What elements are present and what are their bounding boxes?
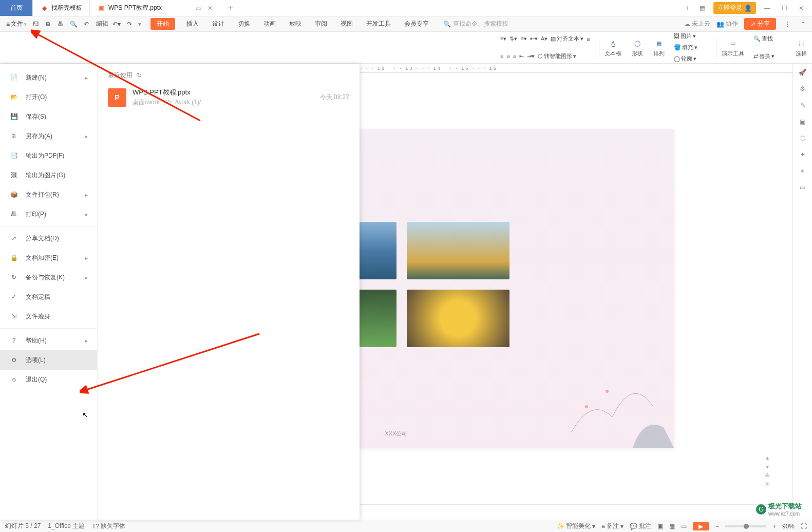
beautify-button[interactable]: ✨智能美化▾ [557,522,595,530]
textbox-button[interactable]: A̲文本框 [599,32,627,63]
find-button[interactable]: 🔍查找 [753,35,773,43]
fit-button[interactable]: ⛶ [801,523,807,530]
prev-slide-icon[interactable]: ≙ [765,472,770,480]
layer-icon[interactable]: ▣ [800,118,805,125]
edit-dropdown[interactable]: 编辑 [96,20,108,28]
more-icon[interactable]: ⋮ [782,20,792,29]
file-open[interactable]: 📂打开(O) [0,87,97,107]
design-icon[interactable]: 🚀 [799,69,806,76]
view-sorter-icon[interactable]: ▦ [669,523,675,530]
comments-button[interactable]: 💬批注 [630,522,651,530]
file-slim[interactable]: ⇲文件瘦身 [0,307,97,326]
template-icon[interactable]: ⬡ [800,135,805,142]
file-help[interactable]: ?帮助(H)▸ [0,331,97,350]
tab-document[interactable]: ▣ WPS PPT教程.pptx ▭ ✕ [90,0,220,16]
indent-r[interactable]: ⇥▾ [527,53,535,60]
file-share-doc[interactable]: ↗分享文档(D) [0,229,97,248]
file-export-pdf[interactable]: 📑输出为PDF(F) [0,146,97,165]
undo-button[interactable]: ↶▾ [110,20,123,29]
smart-graphic-button[interactable]: ⬡转智能图形▾ [538,52,576,60]
play-button[interactable]: ▶ [693,522,709,530]
menu-design[interactable]: 设计 [210,18,226,29]
preview-icon[interactable]: 🔍 [68,20,80,29]
justify-r[interactable]: ≡ [506,53,509,59]
refresh-icon[interactable]: ↻ [137,72,142,79]
maximize-button[interactable]: ☐ [779,5,790,12]
tab-home[interactable]: 首页 [0,0,33,16]
menu-view[interactable]: 视图 [338,18,355,29]
file-export-img[interactable]: 🖼输出为图片(G) [0,165,97,185]
collab-button[interactable]: 👥协作 [716,20,738,28]
saveas-icon[interactable]: 🗎 [43,20,53,29]
undo-icon[interactable]: ↶ [82,20,91,29]
textdir-button[interactable]: A▾ [541,35,547,42]
file-saveas[interactable]: 🗎另存为(A)▸ [0,126,97,146]
scroll-up-icon[interactable]: ▴ [766,454,769,461]
file-finalize[interactable]: ✓文档定稿 [0,287,97,307]
justify-l[interactable]: ≡ [587,36,590,42]
minimize-button[interactable]: — [761,5,773,12]
align-button[interactable]: ≡▾ [520,35,526,42]
animation-icon[interactable]: ✦ [800,151,805,158]
menu-insert[interactable]: 插入 [184,18,201,29]
menu-start[interactable]: 开始 [150,18,175,30]
login-button[interactable]: 立即登录👤 [713,2,756,14]
align-text-button[interactable]: ▤对齐文本▾ [551,35,583,43]
note-icon[interactable]: ▭ [800,184,805,191]
notes-button[interactable]: ≡备注▾ [601,522,624,530]
file-options[interactable]: ⚙选项(L) [0,350,97,370]
justify-f[interactable]: ≡ [513,53,516,59]
save-icon[interactable]: 🖫 [31,20,41,29]
menu-review[interactable]: 审阅 [313,18,329,29]
file-backup[interactable]: ↻备份与恢复(K)▸ [0,268,97,287]
share-button[interactable]: ↗分享 [744,18,776,30]
view-reading-icon[interactable]: ▭ [681,523,687,530]
tab-add-button[interactable]: ＋ [220,0,241,16]
style-icon[interactable]: ✎ [800,102,805,109]
menu-dev[interactable]: 开发工具 [364,18,393,29]
select-button[interactable]: ⬚选择 [790,32,812,63]
file-package[interactable]: 📦文件打包(R)▸ [0,185,97,204]
file-menu-button[interactable]: ≡ 文件 ▾ [4,18,29,29]
zoom-slider[interactable] [725,525,766,527]
layout-icon[interactable]: ⟟ [683,5,691,12]
scroll-down-icon[interactable]: ▾ [766,463,769,470]
menu-show[interactable]: 放映 [287,18,304,29]
menu-transition[interactable]: 切换 [236,18,252,29]
outline-button[interactable]: ◯轮廓▾ [674,55,696,63]
print-icon[interactable]: 🖶 [55,20,66,29]
vertical-scrollbar[interactable]: ▴ ▾ ≙ ≚ [764,151,771,489]
grid-icon[interactable]: ▦ [696,5,708,12]
location-icon[interactable]: ⌖ [801,167,804,175]
cloud-button[interactable]: ☁未上云 [684,20,710,28]
file-new[interactable]: 📄新建(N)▸ [0,68,97,87]
file-print[interactable]: 🖶打印(P)▸ [0,204,97,224]
file-exit[interactable]: ⎋退出(Q) [0,370,97,389]
slide-image-4[interactable] [407,290,509,347]
settings-icon[interactable]: ⚙ [800,85,805,92]
menu-member[interactable]: 会员专享 [402,18,431,29]
dropdown-icon[interactable]: ▾ [136,20,143,29]
arrange-button[interactable]: ▦排列 [648,32,670,63]
shape-button[interactable]: ◯形状 [627,32,648,63]
replace-button[interactable]: ⇄替换▾ [753,52,775,60]
picture-button[interactable]: 🖼图片▾ [674,32,696,40]
collapse-ribbon-icon[interactable]: ⌃ [799,20,808,29]
present-tool-button[interactable]: ▭演示工具 [716,32,749,63]
file-encrypt[interactable]: 🔒文档加密(E)▸ [0,248,97,268]
tab-template[interactable]: ◆ 找稻壳模板 [33,0,90,16]
zoom-level[interactable]: 90% [782,523,795,530]
fill-button[interactable]: 🪣填充▾ [674,44,697,51]
slide-image-2[interactable] [407,222,509,279]
list-button[interactable]: ≡▾ [500,35,506,42]
close-icon[interactable]: ✕ [207,5,213,12]
zoom-in-button[interactable]: + [772,523,776,530]
zoom-out-button[interactable]: − [715,523,719,530]
linespace-button[interactable]: ⇅▾ [509,35,517,42]
file-save[interactable]: 💾保存(S) [0,107,97,126]
tab-reading-icon[interactable]: ▭ [196,5,201,12]
recent-file[interactable]: P WPS PPT教程.pptx 桌面/work（2）/work (1)/ 今天… [108,85,349,110]
indent-l[interactable]: ⇤ [519,53,524,60]
view-normal-icon[interactable]: ▣ [657,523,663,530]
close-window-button[interactable]: ✕ [796,5,807,12]
